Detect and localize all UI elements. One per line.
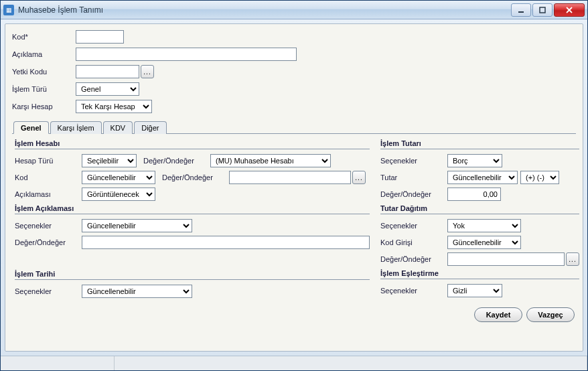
td-deger-input[interactable] [447,252,565,266]
section-islem-hesabi: İşlem Hesabı [15,139,370,149]
itut-deger-label: Değer/Öndeğer [380,190,447,198]
hesap-turu-label: Hesap Türü [15,157,82,165]
deger-ondeger1-label: Değer/Öndeğer [143,157,210,165]
titlebar: ▦ Muhasebe İşlem Tanımı [1,1,587,19]
td-secenekler-select[interactable]: Yok [447,219,521,232]
ia-deger-ondeger-label: Değer/Öndeğer [15,238,82,246]
footer-buttons: Kaydet Vazgeç [12,303,576,323]
maximize-button[interactable] [532,3,553,17]
td-deger-lookup-button[interactable]: ... [566,252,579,266]
itut-tutar-select[interactable]: Güncellenebilir [447,171,518,184]
td-kod-girisi-select[interactable]: Güncellenebilir [447,236,521,249]
itut-sign-select[interactable]: (+) (-) [520,171,559,184]
yetki-kodu-input[interactable] [76,65,139,78]
aciklama-input[interactable] [76,48,297,61]
ih-aciklamasi-label: Açıklaması [15,190,82,198]
section-islem-eslestirme: İşlem Eşleştirme [380,269,579,279]
ie-secenekler-select[interactable]: Gizli [447,284,502,297]
ih-aciklamasi-select[interactable]: Görüntülenecek [82,188,155,201]
tab-diger[interactable]: Diğer [134,121,166,134]
td-kod-girisi-label: Kod Girişi [380,238,447,246]
section-islem-aciklamasi: İşlem Açıklaması [15,204,370,214]
ih-kod-select[interactable]: Güncellenebilir [82,171,155,184]
hesap-turu-select[interactable]: Seçilebilir [82,154,137,167]
it-secenekler-select[interactable]: Güncellenebilir [82,285,192,298]
deger-ondeger2-lookup-button[interactable]: ... [352,171,366,184]
karsi-hesap-select[interactable]: Tek Karşı Hesap [76,100,152,113]
islem-turu-label: İşlem Türü [12,85,76,93]
window-controls [510,3,585,17]
deger-ondeger2-label: Değer/Öndeğer [162,173,229,181]
vazgec-button[interactable]: Vazgeç [526,307,575,322]
tab-strip: Genel Karşı İşlem KDV Diğer [12,121,576,133]
td-deger-label: Değer/Öndeğer [380,255,447,263]
ih-kod-label: Kod [15,173,82,181]
tab-kdv[interactable]: KDV [103,121,133,134]
minimize-button[interactable] [511,3,531,17]
status-cell-1 [1,356,115,370]
section-islem-tutari: İşlem Tutarı [380,139,579,149]
close-button[interactable] [554,3,585,17]
ia-secenekler-select[interactable]: Güncellenebilir [82,219,192,232]
ia-secenekler-label: Seçenekler [15,222,82,230]
kaydet-button[interactable]: Kaydet [474,307,522,322]
itut-secenekler-label: Seçenekler [380,157,447,165]
svg-rect-1 [540,7,545,13]
td-secenekler-label: Seçenekler [380,222,447,230]
tab-genel[interactable]: Genel [13,121,49,134]
main-panel: Kod* Açıklama Yetki Kodu ... İşlem Türü … [5,23,583,352]
karsi-hesap-label: Karşı Hesap [12,102,76,110]
kod-label: Kod* [12,33,76,41]
yetki-kodu-label: Yetki Kodu [12,68,76,76]
itut-deger-input[interactable] [447,188,501,201]
app-icon: ▦ [3,5,14,15]
itut-tutar-label: Tutar [380,173,447,181]
itut-secenekler-select[interactable]: Borç [447,154,502,167]
kod-input[interactable] [76,30,124,44]
tab-content: İşlem Hesabı Hesap Türü Seçilebilir Değe… [12,133,576,303]
tabs: Genel Karşı İşlem KDV Diğer İşlem Hesabı… [12,121,576,303]
ia-deger-ondeger-input[interactable] [82,236,370,249]
deger-ondeger2-input[interactable] [229,171,351,184]
status-cell-2 [115,356,587,370]
statusbar [1,356,587,370]
window-title: Muhasebe İşlem Tanımı [18,5,510,15]
tab-karsi-islem[interactable]: Karşı İşlem [50,121,102,134]
section-tutar-dagitim: Tutar Dağıtım [380,204,579,214]
section-islem-tarihi: İşlem Tarihi [15,270,370,280]
ie-secenekler-label: Seçenekler [380,287,447,295]
yetki-kodu-lookup-button[interactable]: ... [141,65,154,78]
deger-ondeger1-select[interactable]: (MU) Muhasebe Hesabı [210,154,331,167]
app-window: ▦ Muhasebe İşlem Tanımı Kod* Açıklama Ye… [0,0,588,371]
it-secenekler-label: Seçenekler [15,287,82,295]
aciklama-label: Açıklama [12,50,76,58]
client-area: Kod* Açıklama Yetki Kodu ... İşlem Türü … [1,19,587,356]
islem-turu-select[interactable]: Genel [76,82,139,96]
